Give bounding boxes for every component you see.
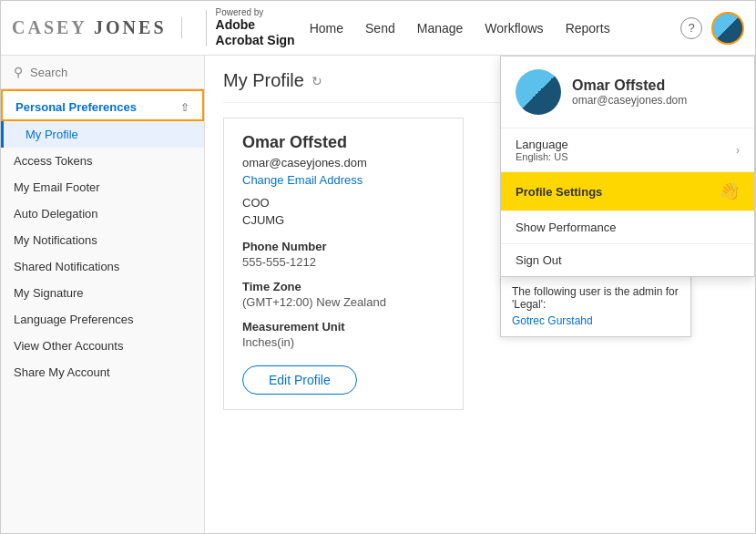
tooltip-link[interactable]: Gotrec Gurstahd: [512, 314, 679, 327]
dropdown-item-language[interactable]: Language English: US ›: [501, 128, 754, 171]
dropdown-avatar: [516, 69, 561, 115]
dropdown-email: omar@caseyjones.dom: [572, 94, 687, 107]
phone-value: 555-555-1212: [242, 255, 444, 269]
header-divider: [206, 10, 207, 46]
nav-workflows[interactable]: Workflows: [485, 21, 543, 36]
search-box: ⚲: [1, 56, 204, 89]
sidebar-item-my-signature[interactable]: My Signature: [1, 280, 204, 306]
edit-profile-button[interactable]: Edit Profile: [242, 365, 357, 395]
dropdown-item-show-performance[interactable]: Show Performance: [501, 211, 754, 243]
brand-name: Adobe Acrobat Sign: [216, 17, 295, 48]
cursor-on-profile-settings: 👋: [720, 181, 740, 201]
phone-field: Phone Number 555-555-1212: [242, 240, 444, 269]
dropdown-user-info: Omar Offsted omar@caseyjones.dom: [572, 77, 687, 107]
sidebar: ⚲ Personal Preferences ⇧ My Profile Acce…: [1, 56, 205, 534]
timezone-value: (GMT+12:00) New Zealand: [242, 295, 444, 309]
logo-area: CASEY JONES: [12, 17, 182, 38]
search-icon: ⚲: [14, 65, 23, 79]
refresh-icon[interactable]: ↻: [312, 74, 322, 88]
sidebar-item-my-notifications[interactable]: My Notifications: [1, 227, 204, 253]
page-title: My Profile: [223, 70, 304, 91]
dropdown-name: Omar Offsted: [572, 77, 687, 94]
sidebar-item-shared-notifications[interactable]: Shared Notifications: [1, 253, 204, 280]
main-nav: Home Send Manage Workflows Reports: [310, 21, 680, 36]
powered-by-section: Powered by Adobe Acrobat Sign: [216, 7, 295, 48]
header: CASEY JONES Powered by Adobe Acrobat Sig…: [1, 1, 755, 56]
search-input[interactable]: [30, 66, 191, 79]
nav-home[interactable]: Home: [310, 21, 343, 36]
measurement-label: Measurement Unit: [242, 320, 444, 334]
profile-role: COO: [242, 196, 444, 210]
measurement-value: Inches(in): [242, 335, 444, 349]
sidebar-item-my-email-footer[interactable]: My Email Footer: [1, 174, 204, 200]
sidebar-item-my-profile[interactable]: My Profile: [1, 121, 204, 148]
nav-manage[interactable]: Manage: [417, 21, 464, 36]
measurement-field: Measurement Unit Inches(in): [242, 320, 444, 349]
sidebar-item-view-other-accounts[interactable]: View Other Accounts: [1, 333, 204, 359]
profile-dropdown: Omar Offsted omar@caseyjones.dom Languag…: [500, 56, 755, 277]
profile-org: CJUMG: [242, 213, 444, 227]
sidebar-section-title: Personal Preferences: [15, 100, 137, 114]
phone-label: Phone Number: [242, 240, 444, 253]
avatar-image: [713, 14, 742, 43]
nav-reports[interactable]: Reports: [566, 21, 610, 36]
casey-jones-logo: CASEY JONES: [12, 17, 167, 38]
dropdown-header: Omar Offsted omar@caseyjones.dom: [501, 56, 754, 128]
dropdown-item-profile-settings[interactable]: Profile Settings 👋: [501, 172, 754, 211]
tooltip-box: The following user is the admin for 'Leg…: [500, 275, 691, 337]
sidebar-item-auto-delegation[interactable]: Auto Delegation: [1, 200, 204, 227]
change-email-link[interactable]: Change Email Address: [242, 173, 444, 187]
dropdown-item-sign-out[interactable]: Sign Out: [501, 244, 754, 276]
chevron-up-icon: ⇧: [180, 101, 189, 114]
profile-fields: Phone Number 555-555-1212 Time Zone (GMT…: [242, 240, 444, 349]
profile-email: omar@caseyjones.dom: [242, 156, 444, 169]
user-avatar-button[interactable]: [711, 12, 744, 45]
sidebar-item-access-tokens[interactable]: Access Tokens: [1, 148, 204, 174]
nav-send[interactable]: Send: [365, 21, 395, 36]
chevron-right-icon: ›: [736, 144, 740, 157]
main-content-area: My Profile ↻ Omar Offsted omar@caseyjone…: [205, 56, 755, 534]
left-profile-panel: Omar Offsted omar@caseyjones.dom Change …: [223, 118, 464, 410]
profile-name: Omar Offsted: [242, 133, 444, 152]
help-button[interactable]: ?: [680, 17, 702, 39]
sidebar-section-personal-preferences[interactable]: Personal Preferences ⇧: [1, 89, 204, 121]
powered-by-text: Powered by: [216, 7, 295, 17]
sidebar-item-share-my-account[interactable]: Share My Account: [1, 359, 204, 385]
header-right: ?: [680, 12, 744, 45]
timezone-label: Time Zone: [242, 280, 444, 293]
timezone-field: Time Zone (GMT+12:00) New Zealand: [242, 280, 444, 309]
sidebar-item-language-preferences[interactable]: Language Preferences: [1, 306, 204, 333]
profile-card: Omar Offsted omar@caseyjones.dom Change …: [223, 118, 464, 410]
tooltip-text: The following user is the admin for 'Leg…: [512, 285, 679, 311]
main-layout: ⚲ Personal Preferences ⇧ My Profile Acce…: [1, 56, 755, 534]
